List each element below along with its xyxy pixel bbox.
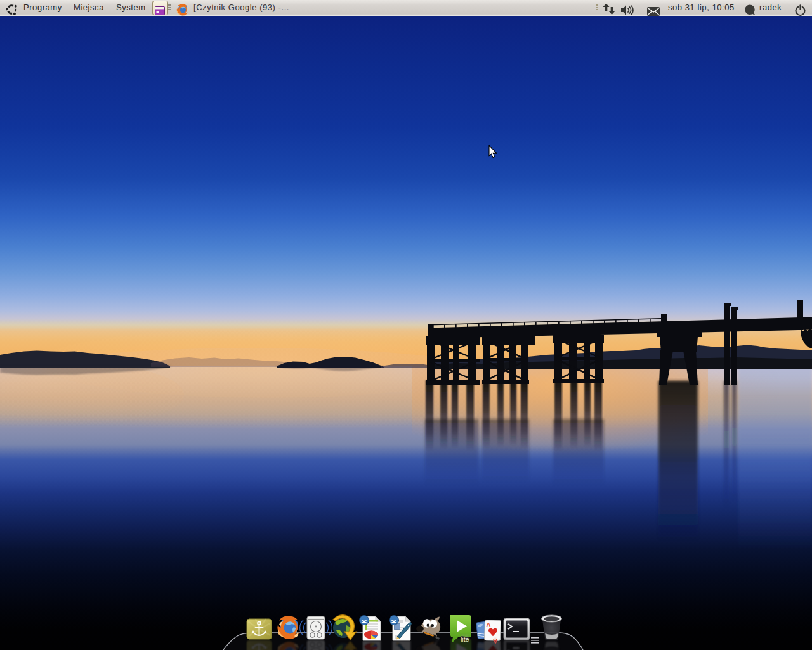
svg-text:A: A [487, 621, 491, 628]
